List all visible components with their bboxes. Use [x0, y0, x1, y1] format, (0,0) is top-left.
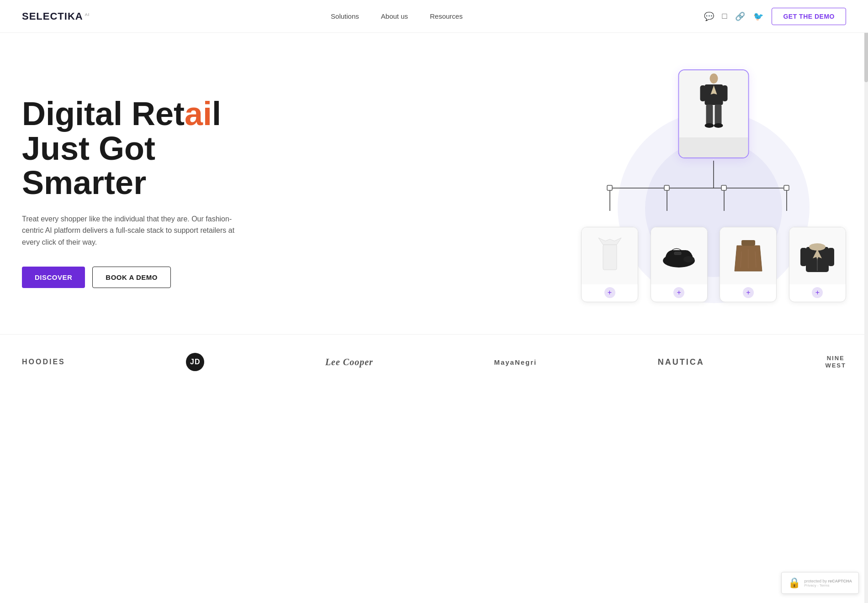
scrollbar[interactable] — [864, 0, 868, 389]
discover-button[interactable]: DISCOVER — [22, 267, 85, 288]
sub-cards-row: + — [581, 227, 846, 302]
hero-subtitle: Treat every shopper like the individual … — [22, 213, 241, 248]
svg-rect-15 — [706, 105, 713, 125]
brands-section: HOODIES JD Lee Cooper MayaNegri NAUTICA … — [0, 334, 868, 389]
sub-card-skirt: + — [720, 227, 777, 302]
svg-rect-6 — [607, 185, 612, 190]
logo-ai-badge: AI — [85, 12, 90, 17]
sub-card-shirt-image — [582, 227, 638, 284]
svg-point-23 — [683, 256, 694, 262]
svg-rect-22 — [674, 252, 681, 255]
sub-card-jacket-plus[interactable]: + — [812, 287, 823, 298]
nav-icons-group: 💬 □ 🔗 🐦 GET THE DEMO — [704, 8, 846, 25]
svg-point-33 — [809, 243, 826, 251]
product-tree: + — [581, 69, 846, 307]
svg-point-18 — [714, 123, 723, 128]
navigation: SELECTIKAAI Solutions About us Resources… — [0, 0, 868, 33]
sub-card-shirt: + — [581, 227, 638, 302]
svg-rect-7 — [664, 185, 669, 190]
main-card-image — [679, 70, 748, 137]
scrollbar-thumb[interactable] — [864, 27, 868, 82]
title-part1: Digital Ret — [22, 95, 185, 132]
brand-lee-cooper: Lee Cooper — [325, 357, 373, 367]
title-line2: Smarter — [22, 164, 146, 201]
linkedin-icon[interactable]: 🔗 — [735, 11, 745, 21]
sub-card-skirt-image — [720, 227, 776, 284]
hero-section: Digital Retail Just Got Smarter Treat ev… — [0, 33, 868, 334]
svg-rect-31 — [800, 248, 807, 266]
svg-rect-14 — [722, 85, 727, 101]
svg-rect-8 — [721, 185, 726, 190]
nav-solutions[interactable]: Solutions — [331, 12, 359, 20]
whatsapp-icon[interactable]: 💬 — [704, 11, 714, 21]
main-card-footer — [679, 137, 748, 157]
logo[interactable]: SELECTIKAAI — [22, 10, 90, 22]
brand-jd: JD — [186, 353, 204, 371]
nav-about[interactable]: About us — [381, 12, 408, 20]
sub-card-jacket-image — [789, 227, 846, 284]
brand-hoodies: HOODIES — [22, 358, 65, 366]
nav-links: Solutions About us Resources — [331, 12, 463, 21]
get-demo-button[interactable]: GET THE DEMO — [772, 8, 846, 25]
brand-maya-negri: MayaNegri — [494, 358, 537, 366]
hero-buttons: DISCOVER BOOK A DEMO — [22, 267, 269, 288]
sub-card-shoes-image — [651, 227, 707, 284]
main-product-card — [678, 69, 749, 158]
sub-card-skirt-plus[interactable]: + — [743, 287, 754, 298]
svg-rect-16 — [715, 105, 721, 125]
svg-marker-20 — [598, 238, 621, 245]
svg-rect-24 — [741, 240, 755, 246]
svg-rect-32 — [828, 248, 834, 266]
brand-nine-west: NINEWEST — [825, 355, 846, 369]
facebook-icon[interactable]: 🐦 — [753, 11, 763, 21]
sub-card-shoes: + — [651, 227, 708, 302]
sub-card-shoes-plus[interactable]: + — [673, 287, 684, 298]
hero-visual: + — [581, 69, 846, 307]
instagram-icon[interactable]: □ — [722, 11, 727, 21]
sub-card-shirt-plus[interactable]: + — [604, 287, 615, 298]
logo-text: SELECTIKA — [22, 10, 83, 22]
book-demo-button[interactable]: BOOK A DEMO — [92, 267, 171, 288]
svg-rect-13 — [700, 85, 705, 101]
svg-point-17 — [704, 123, 714, 128]
title-highlight: ai — [185, 95, 212, 132]
sub-card-jacket: + — [789, 227, 846, 302]
hero-left: Digital Retail Just Got Smarter Treat ev… — [22, 69, 269, 288]
svg-rect-19 — [603, 245, 617, 270]
nav-resources[interactable]: Resources — [430, 12, 463, 20]
brand-nautica: NAUTICA — [658, 357, 704, 367]
svg-rect-9 — [784, 185, 789, 190]
svg-point-10 — [709, 73, 718, 84]
hero-title: Digital Retail Just Got Smarter — [22, 97, 269, 200]
fashion-figure — [698, 72, 730, 136]
